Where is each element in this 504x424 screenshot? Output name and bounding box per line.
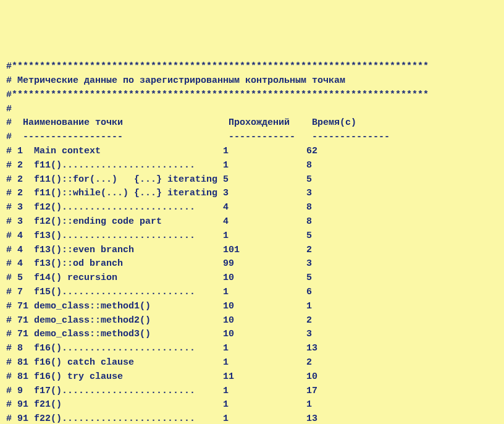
table-row: # 2 f11()::while(...) {...} iterating 3 … bbox=[6, 187, 498, 201]
table-row: # 1 Main context 1 62 bbox=[6, 145, 498, 159]
table-row: # 4 f13()::even branch 101 2 bbox=[6, 244, 498, 258]
table-row: # 71 demo_class::method2() 10 2 bbox=[6, 314, 498, 328]
table-row: # 91 f21() 1 1 bbox=[6, 398, 498, 412]
table-row: # 81 f16() try clause 11 10 bbox=[6, 370, 498, 384]
table-row: # 2 f11()........................ 1 8 bbox=[6, 159, 498, 173]
table-row: # 4 f13()........................ 1 5 bbox=[6, 229, 498, 244]
empty-line: # bbox=[6, 103, 498, 117]
table-row: # 3 f12()........................ 4 8 bbox=[6, 201, 498, 215]
table-row: # 71 demo_class::method1() 10 1 bbox=[6, 300, 498, 314]
title-line: # Метрические данные по зарегистрированн… bbox=[6, 74, 498, 88]
border-top: #***************************************… bbox=[6, 60, 498, 74]
table-row: # 2 f11()::for(...) {...} iterating 5 5 bbox=[6, 173, 498, 187]
header-line: # Наименование точки Прохождений Время(с… bbox=[6, 116, 498, 130]
table-row: # 4 f13()::od branch 99 3 bbox=[6, 257, 498, 271]
table-row: # 3 f12()::ending code part 4 8 bbox=[6, 215, 498, 229]
separator-line: # ------------------ ------------ ------… bbox=[6, 130, 498, 145]
border-mid: #***************************************… bbox=[6, 88, 498, 103]
table-row: # 5 f14() recursion 10 5 bbox=[6, 271, 498, 286]
table-row: # 9 f17()........................ 1 17 bbox=[6, 384, 498, 399]
data-rows: # 1 Main context 1 62# 2 f11()..........… bbox=[6, 145, 498, 424]
table-row: # 7 f15()........................ 1 6 bbox=[6, 286, 498, 300]
table-row: # 8 f16()........................ 1 13 bbox=[6, 342, 498, 356]
table-row: # 81 f16() catch clause 1 2 bbox=[6, 356, 498, 370]
table-row: # 71 demo_class::method3() 10 3 bbox=[6, 328, 498, 342]
table-row: # 91 f22()........................ 1 13 bbox=[6, 412, 498, 424]
